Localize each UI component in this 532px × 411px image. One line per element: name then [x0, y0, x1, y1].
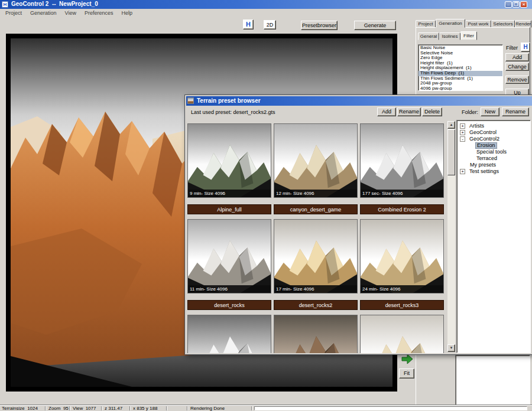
preset-thumbnail[interactable]: 9 min- Size 4096	[187, 123, 271, 198]
preset-browser-content: 9 min- Size 4096 Alpine_full 12 min- Siz…	[186, 120, 532, 353]
preset-render-time: 24 min- Size 4096	[361, 285, 443, 293]
apply-arrow-icon[interactable]	[401, 353, 414, 365]
preset-browser-title-bar[interactable]: Terrain preset browser	[186, 96, 532, 106]
tree-item-special-tools[interactable]: Special tools	[457, 149, 530, 155]
filter-change-button[interactable]: Change	[505, 63, 529, 71]
maximize-button[interactable]: ❐	[512, 1, 520, 8]
minimize-button[interactable]: _	[505, 1, 512, 8]
preset-thumbnail[interactable]	[187, 315, 271, 353]
tree-item-artists[interactable]: +Artists	[457, 123, 530, 129]
preset-cell[interactable]: 177 sec- Size 4096 Combined Erosion 2	[360, 123, 444, 214]
scrollbar-up-button[interactable]: ▲	[447, 121, 455, 129]
scrollbar-thumb[interactable]	[447, 129, 455, 175]
tree-expand-icon[interactable]: +	[460, 123, 465, 129]
generate-button[interactable]: Generate	[354, 21, 396, 30]
terrain-thumbnail-art	[361, 220, 443, 293]
preset-cell[interactable]: 24 min- Size 4096 desert_rocks3	[360, 219, 444, 310]
tree-item-erosion[interactable]: Erosion	[457, 142, 530, 149]
preset-cell[interactable]: 11 min- Size 4096 desert_rocks	[187, 219, 271, 310]
subtab-filter[interactable]: Filter	[460, 31, 477, 40]
terrain-thumbnail-art	[188, 315, 271, 353]
tree-item-label[interactable]: Terraced	[475, 155, 498, 162]
close-button[interactable]: ×	[520, 1, 527, 8]
tree-item-label[interactable]: Special tools	[475, 149, 508, 155]
preset-rename-button[interactable]: Rename	[397, 107, 421, 116]
preset-add-button[interactable]: Add	[377, 107, 396, 116]
preset-grid-scrollbar[interactable]: ▲ ▼	[447, 121, 455, 352]
terrain-thumbnail-art	[274, 124, 357, 197]
tree-item-label[interactable]: Test settings	[468, 168, 500, 175]
tree-item-my-presets[interactable]: My presets	[457, 162, 530, 168]
menu-bar: Project Generation View Preferences Help	[0, 9, 532, 17]
folder-new-button[interactable]: New	[481, 107, 499, 116]
preset-delete-button[interactable]: Delete	[422, 107, 442, 116]
preset-cell[interactable]	[187, 315, 271, 353]
filter-section-label: Filter	[506, 45, 518, 51]
h-logo-button[interactable]: H	[243, 19, 254, 30]
menu-view[interactable]: View	[61, 9, 80, 17]
preset-cell[interactable]: 17 min- Size 4096 desert_rocks2	[274, 219, 358, 310]
menu-help[interactable]: Help	[117, 9, 137, 17]
title-bar[interactable]: H GeoControl 2 -- NewProject_0 _ ❐ ×	[0, 0, 532, 9]
tree-item-geocontrol[interactable]: +GeoControl	[457, 129, 530, 136]
filter-list-item[interactable]: 4096 pw-group	[419, 86, 502, 91]
preset-name-bar[interactable]: canyon_desert_game	[274, 204, 358, 214]
fit-button[interactable]: Fit	[399, 368, 414, 379]
tree-item-terraced[interactable]: Terraced	[457, 155, 530, 162]
preset-cell[interactable]: 12 min- Size 4096 canyon_desert_game	[274, 123, 358, 214]
filter-listbox: Basic Noise Selective Noise Zero Edge He…	[418, 44, 503, 91]
preset-thumbnail[interactable]: 17 min- Size 4096	[274, 219, 358, 293]
preset-cell[interactable]	[274, 315, 358, 353]
tree-item-label[interactable]: My presets	[469, 162, 497, 168]
menu-project[interactable]: Project	[1, 9, 26, 17]
filter-h-button[interactable]: H	[521, 43, 530, 52]
preset-name-bar[interactable]: desert_rocks2	[274, 300, 358, 310]
folder-label: Folder:	[462, 109, 478, 115]
status-divider	[251, 406, 252, 410]
tab-generation[interactable]: Generation	[436, 19, 465, 28]
preset-name-bar[interactable]: Combined Erosion 2	[360, 204, 444, 214]
preset-thumbnail[interactable]: 177 sec- Size 4096	[360, 123, 444, 198]
preset-folder-tree: +Artists +GeoControl -GeoControl2 Erosio…	[456, 120, 531, 353]
tree-collapse-icon[interactable]: -	[460, 136, 465, 142]
tree-expand-icon[interactable]: +	[460, 130, 465, 135]
scrollbar-down-button[interactable]: ▼	[447, 344, 455, 352]
maximize-icon: ❐	[514, 2, 518, 7]
tree-item-label-selected[interactable]: Erosion	[475, 142, 497, 149]
menu-generation[interactable]: Generation	[26, 9, 61, 17]
folder-rename-button[interactable]: Rename	[502, 107, 529, 116]
status-divider	[101, 406, 102, 410]
subtab-isolines[interactable]: Isolines	[439, 32, 460, 40]
preset-name-bar[interactable]: Alpine_full	[187, 204, 271, 214]
progress-bar	[254, 406, 527, 410]
preset-thumbnail[interactable]	[274, 315, 358, 353]
preset-thumbnail[interactable]: 11 min- Size 4096	[187, 219, 271, 293]
preset-name-bar[interactable]: desert_rocks3	[360, 300, 444, 310]
subtab-general[interactable]: General	[418, 32, 439, 40]
preset-cell[interactable]: 9 min- Size 4096 Alpine_full	[187, 123, 271, 214]
tree-item-label[interactable]: Artists	[468, 123, 485, 129]
presetbrowser-button[interactable]: Presetbrowser	[301, 21, 338, 30]
tree-item-test-settings[interactable]: +Test settings	[457, 168, 530, 175]
preset-thumbnail[interactable]: 12 min- Size 4096	[274, 123, 358, 198]
tree-item-label[interactable]: GeoControl	[468, 129, 498, 136]
geocontrol-main-window: H GeoControl 2 -- NewProject_0 _ ❐ × Pro…	[0, 0, 532, 411]
terrain-thumbnail-art	[188, 220, 271, 293]
filter-remove-button[interactable]: Remove	[505, 76, 529, 84]
tree-expand-icon[interactable]: +	[460, 169, 465, 174]
preset-cell[interactable]	[360, 315, 444, 353]
preset-thumbnail[interactable]	[360, 315, 444, 353]
app-icon: H	[2, 1, 8, 8]
status-bar: Terrainsize 1024 Zoom 95 View 1077 z 311…	[0, 405, 532, 411]
status-view: View 1077	[73, 406, 96, 411]
view-2d-button[interactable]: 2D	[264, 20, 276, 30]
tree-item-label[interactable]: GeoControl2	[468, 136, 501, 142]
preset-name-bar[interactable]: desert_rocks	[187, 300, 271, 310]
status-rendering-state: Rendering Done	[190, 406, 225, 411]
main-tab-strip: Project Generation Post work Selectors R…	[416, 18, 531, 28]
minimize-icon: _	[507, 1, 510, 6]
tree-item-geocontrol2[interactable]: -GeoControl2	[457, 136, 530, 142]
menu-preferences[interactable]: Preferences	[80, 9, 118, 17]
filter-add-button[interactable]: Add	[505, 53, 529, 61]
preset-thumbnail[interactable]: 24 min- Size 4096	[360, 219, 444, 293]
